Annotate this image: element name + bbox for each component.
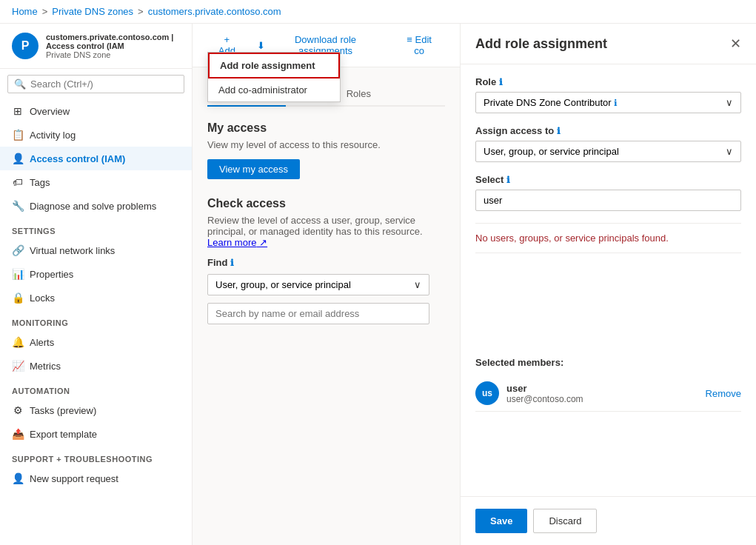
learn-more-link[interactable]: Learn more ↗ — [207, 237, 267, 248]
find-info-icon: ℹ — [230, 258, 234, 268]
select-label: Select ℹ — [475, 174, 741, 185]
select-field-group: Select ℹ — [475, 174, 741, 211]
breadcrumb-resource[interactable]: customers.private.contoso.com — [148, 6, 281, 17]
search-icon: 🔍 — [14, 78, 26, 90]
sidebar-item-activity-log[interactable]: 📋 Activity log — [0, 123, 192, 147]
find-select[interactable]: User, group, or service principal ∨ — [207, 274, 429, 295]
activity-log-icon: 📋 — [12, 129, 24, 141]
check-access-desc: Review the level of access a user, group… — [207, 215, 445, 248]
content-body: Assignments Roles Roles My access View m… — [193, 67, 460, 339]
member-avatar: us — [475, 381, 499, 405]
role-dropdown[interactable]: Private DNS Zone Contributor ℹ ∨ — [475, 92, 741, 113]
role-label: Role ℹ — [475, 76, 741, 87]
resource-header: P customers.private.contoso.com | Access… — [0, 24, 192, 69]
sidebar-item-overview[interactable]: ⊞ Overview — [0, 99, 192, 123]
sidebar-item-diagnose[interactable]: 🔧 Diagnose and solve problems — [0, 194, 192, 218]
assign-dropdown[interactable]: User, group, or service principal ∨ — [475, 141, 741, 162]
breadcrumb-sep1: > — [42, 6, 48, 17]
sidebar-item-label: Metrics — [30, 361, 61, 372]
panel-header: Add role assignment ✕ — [461, 24, 756, 64]
sidebar-item-label: Access control (IAM) — [30, 153, 125, 164]
search-input[interactable] — [30, 78, 178, 90]
tab-roles2[interactable]: Roles — [335, 82, 383, 107]
my-access-section: My access View my level of access to thi… — [207, 121, 445, 179]
right-panel: Add role assignment ✕ Role ℹ Private DNS… — [460, 24, 756, 545]
resource-subtitle: Private DNS zone — [46, 50, 180, 59]
no-results-message: No users, groups, or service principals … — [475, 223, 741, 253]
assign-chevron-icon: ∨ — [726, 146, 733, 157]
sidebar-item-locks[interactable]: 🔒 Locks — [0, 286, 192, 310]
breadcrumb-private-dns[interactable]: Private DNS zones — [52, 6, 133, 17]
sidebar-search[interactable]: 🔍 — [7, 75, 184, 93]
find-label: Find ℹ — [207, 257, 445, 268]
check-access-section: Check access Review the level of access … — [207, 197, 445, 324]
sidebar-item-label: Tasks (preview) — [30, 405, 96, 416]
sidebar: P customers.private.contoso.com | Access… — [0, 24, 193, 545]
edit-button[interactable]: ≡ Edit co — [393, 30, 445, 61]
alerts-icon: 🔔 — [12, 336, 24, 348]
metrics-icon: 📈 — [12, 360, 24, 372]
sidebar-item-label: Overview — [30, 106, 70, 117]
sidebar-item-label: Diagnose and solve problems — [30, 201, 156, 212]
add-dropdown-menu: Add role assignment Add co-administrator — [207, 52, 341, 102]
properties-icon: 📊 — [12, 268, 24, 280]
add-role-assignment-item[interactable]: Add role assignment — [208, 53, 340, 78]
select-input[interactable] — [475, 190, 741, 211]
role-chevron-icon: ∨ — [726, 97, 733, 108]
breadcrumb-home[interactable]: Home — [12, 6, 38, 17]
export-icon: 📤 — [12, 428, 24, 440]
sidebar-item-metrics[interactable]: 📈 Metrics — [0, 354, 192, 378]
sidebar-item-export[interactable]: 📤 Export template — [0, 422, 192, 446]
sidebar-item-access-control[interactable]: 👤 Access control (IAM) — [0, 147, 192, 170]
sidebar-item-tags[interactable]: 🏷 Tags — [0, 170, 192, 194]
find-select-value: User, group, or service principal — [215, 279, 351, 290]
vnet-icon: 🔗 — [12, 244, 24, 256]
member-email: user@contoso.com — [506, 394, 698, 404]
content-area: + Add ⬇ Download role assignments ≡ Edit… — [193, 24, 460, 545]
discard-button[interactable]: Discard — [533, 509, 597, 533]
download-icon: ⬇ — [257, 40, 265, 51]
breadcrumb: Home > Private DNS zones > customers.pri… — [0, 0, 756, 24]
remove-member-button[interactable]: Remove — [706, 388, 741, 399]
member-row: us user user@contoso.com Remove — [475, 375, 741, 412]
check-access-title: Check access — [207, 197, 445, 210]
tasks-icon: ⚙ — [12, 404, 24, 416]
assign-value: User, group, or service principal — [484, 146, 619, 157]
assign-info-icon: ℹ — [557, 126, 561, 136]
sidebar-item-label: Activity log — [30, 130, 76, 141]
my-access-desc: View my level of access to this resource… — [207, 139, 445, 150]
add-co-administrator-item[interactable]: Add co-administrator — [208, 78, 340, 101]
support-icon: 👤 — [12, 472, 24, 484]
sidebar-item-vnet-links[interactable]: 🔗 Virtual network links — [0, 238, 192, 262]
breadcrumb-sep2: > — [138, 6, 144, 17]
save-button[interactable]: Save — [475, 509, 527, 533]
settings-section: Settings — [0, 218, 192, 238]
my-access-title: My access — [207, 121, 445, 135]
assign-label: Assign access to ℹ — [475, 125, 741, 136]
automation-section: Automation — [0, 378, 192, 398]
resource-icon: P — [12, 33, 39, 59]
sidebar-item-label: Virtual network links — [30, 245, 115, 256]
sidebar-item-tasks[interactable]: ⚙ Tasks (preview) — [0, 398, 192, 422]
member-info: user user@contoso.com — [506, 383, 698, 404]
role-info-icon: ℹ — [499, 77, 503, 87]
view-my-access-button[interactable]: View my access — [207, 159, 300, 179]
overview-icon: ⊞ — [12, 105, 24, 117]
sidebar-item-label: New support request — [30, 473, 118, 484]
sidebar-item-properties[interactable]: 📊 Properties — [0, 262, 192, 286]
sidebar-item-label: Locks — [30, 292, 55, 304]
monitoring-section: Monitoring — [0, 310, 192, 330]
toolbar: + Add ⬇ Download role assignments ≡ Edit… — [193, 24, 460, 67]
role-field-group: Role ℹ Private DNS Zone Contributor ℹ ∨ — [475, 76, 741, 113]
panel-footer: Save Discard — [461, 496, 756, 545]
select-info-icon: ℹ — [506, 175, 510, 185]
check-access-search-input[interactable] — [207, 303, 429, 324]
sidebar-item-label: Export template — [30, 429, 97, 440]
sidebar-item-label: Alerts — [30, 337, 54, 348]
panel-body: Role ℹ Private DNS Zone Contributor ℹ ∨ … — [461, 64, 756, 496]
sidebar-item-new-support[interactable]: 👤 New support request — [0, 467, 192, 490]
close-panel-button[interactable]: ✕ — [730, 36, 741, 52]
sidebar-item-label: Tags — [30, 177, 50, 188]
resource-title: customers.private.contoso.com | Access c… — [46, 33, 180, 50]
sidebar-item-alerts[interactable]: 🔔 Alerts — [0, 330, 192, 354]
